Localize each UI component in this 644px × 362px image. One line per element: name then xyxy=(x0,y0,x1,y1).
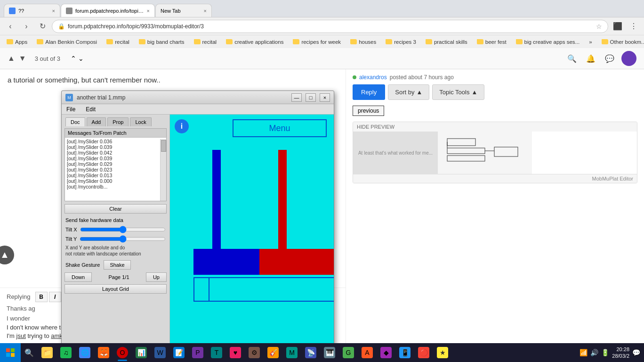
scroll-up-button[interactable]: ▲ xyxy=(0,246,14,264)
down-arrow-icon[interactable]: ▼ xyxy=(19,54,26,63)
layout-grid-button[interactable]: Layout Grid xyxy=(64,284,167,294)
sort-down-icon[interactable]: ⌄ xyxy=(78,55,84,62)
taskbar-yellow-app[interactable]: ★ xyxy=(433,343,452,362)
tab-add[interactable]: Add xyxy=(87,117,106,126)
taskbar-app-4[interactable]: M xyxy=(282,343,301,362)
taskbar-app-5[interactable]: 📡 xyxy=(301,343,320,362)
taskbar-blue-app[interactable]: 📝 xyxy=(169,343,188,362)
hide-preview-label[interactable]: HIDE PREVIEW xyxy=(357,124,394,130)
app-messages-list[interactable]: [out] /mySlider 0.036 [out] /mySlider 0.… xyxy=(65,138,166,199)
italic-button[interactable]: I xyxy=(49,292,61,302)
bookmark-alan[interactable]: Alan Benkin Composi xyxy=(34,38,100,46)
bookmark-other[interactable]: Other bookm... xyxy=(599,38,644,46)
taskbar-red-app[interactable]: 🔴 xyxy=(414,343,433,362)
bookmark-recipes3[interactable]: recipes 3 xyxy=(383,38,419,46)
menu-button[interactable]: ⋮ xyxy=(627,20,640,33)
bookmark-recipes[interactable]: recipes for week xyxy=(290,38,344,46)
tab-1[interactable]: ?? × xyxy=(4,4,60,17)
messages-scrollbar[interactable] xyxy=(160,139,166,201)
taskbar-orange-app[interactable]: A xyxy=(358,343,377,362)
address-bar[interactable]: 🔒 forum.pdpatchrepo.info/topic/9933/mobm… xyxy=(52,20,608,33)
bookmark-houses[interactable]: houses xyxy=(347,38,379,46)
file-menu[interactable]: File xyxy=(64,105,77,114)
bookmark-creative[interactable]: creative applications xyxy=(223,38,286,46)
taskbar-spotify[interactable]: ♫ xyxy=(56,343,75,362)
tab-lock[interactable]: Lock xyxy=(130,117,151,126)
sortby-button[interactable]: Sort by ▲ xyxy=(388,84,429,100)
taskbar-purple-app[interactable]: P xyxy=(188,343,207,362)
taskbar-green-app[interactable]: G xyxy=(339,343,358,362)
notifications-button[interactable]: 🔔 xyxy=(584,51,598,66)
bookmark-more[interactable]: » xyxy=(586,38,595,46)
messages-scrollbar-thumb[interactable] xyxy=(161,140,166,152)
extensions-button[interactable]: ⬛ xyxy=(611,20,624,33)
app-left-panel: Doc Add Prop Lock Messages To/From Patch… xyxy=(62,115,170,350)
search-button[interactable]: 🔍 xyxy=(565,51,579,66)
taskbar-cube-app[interactable]: ◆ xyxy=(377,343,395,362)
clear-button[interactable]: Clear xyxy=(64,204,167,214)
battery-icon[interactable]: 🔋 xyxy=(601,349,609,356)
tab-close-1[interactable]: × xyxy=(52,8,55,14)
taskbar-phone-app[interactable]: 📱 xyxy=(395,343,414,362)
bookmark-apps[interactable]: Apps xyxy=(4,38,30,46)
bold-button[interactable]: B xyxy=(35,292,48,302)
taskbar-opera[interactable]: O xyxy=(113,343,132,362)
browser-icon: 🌐 xyxy=(79,347,90,358)
back-button[interactable]: ‹ xyxy=(4,20,17,33)
tilt-x-slider[interactable] xyxy=(80,226,166,233)
preview-screenshot: At least that's what worked for me... xyxy=(353,132,438,174)
bookmark-recital2[interactable]: recital xyxy=(191,38,220,46)
taskbar-word[interactable]: W xyxy=(151,343,169,362)
menu-canvas-button[interactable]: Menu xyxy=(233,119,327,137)
tab-new[interactable]: New Tab × xyxy=(155,4,212,17)
bookmark-bigband[interactable]: big band charts xyxy=(136,38,187,46)
info-button[interactable]: i xyxy=(175,119,189,133)
start-button[interactable] xyxy=(0,343,21,362)
taskbar-app-2[interactable]: ⚙ xyxy=(245,343,264,362)
tab-prop[interactable]: Prop xyxy=(107,117,129,126)
taskbar-teal-app[interactable]: T xyxy=(207,343,226,362)
notification-icon[interactable]: 💬 xyxy=(632,349,640,356)
tab-doc[interactable]: Doc xyxy=(65,117,85,126)
taskbar-app-1[interactable]: ♥ xyxy=(226,343,245,362)
down-button[interactable]: Down xyxy=(64,272,92,282)
bookmark-bigcreative[interactable]: big creative apps ses... xyxy=(513,38,583,46)
previous-button[interactable]: previous xyxy=(353,106,384,116)
nav-row: Down Page 1/1 Up xyxy=(62,271,169,283)
bookmark-folder-icon-11 xyxy=(477,39,483,44)
up-arrow-icon[interactable]: ▲ xyxy=(8,54,15,63)
maximize-button[interactable]: □ xyxy=(306,93,316,102)
edit-menu[interactable]: Edit xyxy=(84,105,97,114)
reply-button[interactable]: Reply xyxy=(353,84,385,100)
taskbar-excel[interactable]: 📊 xyxy=(132,343,151,362)
taskbar-browser[interactable]: 🌐 xyxy=(75,343,94,362)
volume-icon[interactable]: 🔊 xyxy=(590,349,598,356)
tab-active[interactable]: forum.pdpatchrepo.info/topic/9933/mobmup… xyxy=(61,4,155,17)
forward-button[interactable]: › xyxy=(20,20,33,33)
taskbar-firefox[interactable]: 🦊 xyxy=(94,343,113,362)
taskbar-app-6[interactable]: 🎹 xyxy=(320,343,339,362)
close-button[interactable]: × xyxy=(320,93,330,102)
up-button[interactable]: Up xyxy=(146,272,167,282)
user-avatar[interactable] xyxy=(621,51,636,66)
bookmark-recital[interactable]: recital xyxy=(104,38,132,46)
chat-button[interactable]: 💬 xyxy=(603,51,617,66)
sort-up-icon[interactable]: ⌃ xyxy=(71,55,76,62)
shake-button[interactable]: Shake xyxy=(104,260,130,270)
taskbar-file-explorer[interactable]: 📁 xyxy=(38,343,56,362)
tab-close-new[interactable]: × xyxy=(204,8,207,14)
taskbar-time[interactable]: 20:28 28/03/2 xyxy=(612,346,629,360)
bookmark-bigband-label: big band charts xyxy=(147,39,185,45)
bookmark-practical[interactable]: practical skills xyxy=(423,38,470,46)
tab-close-active[interactable]: × xyxy=(147,8,150,14)
topictools-button[interactable]: Topic Tools ▲ xyxy=(432,84,484,100)
phone-app-icon: 📱 xyxy=(399,347,411,358)
taskbar-search-button[interactable]: 🔍 xyxy=(21,343,38,362)
username[interactable]: alexandros xyxy=(359,74,387,81)
tilt-y-slider[interactable] xyxy=(80,235,166,243)
reload-button[interactable]: ↻ xyxy=(36,20,49,33)
bookmark-beerfest[interactable]: beer fest xyxy=(474,38,509,46)
taskbar-app-3[interactable]: 🎸 xyxy=(264,343,282,362)
minimize-button[interactable]: — xyxy=(291,93,302,102)
network-icon[interactable]: 📶 xyxy=(580,349,588,356)
